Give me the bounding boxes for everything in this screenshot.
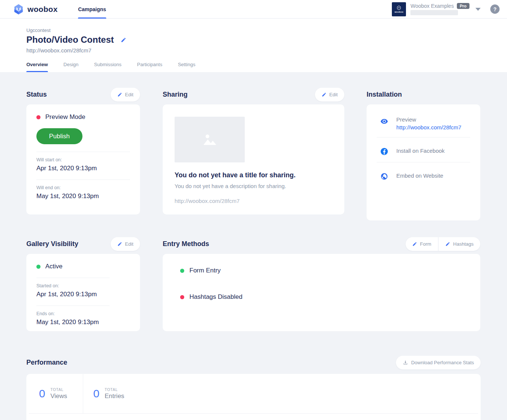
- download-icon: [403, 360, 408, 365]
- tab-design[interactable]: Design: [64, 62, 78, 72]
- brand-wordmark: woobox: [27, 5, 58, 14]
- performance-section: Performance Download Performance Stats 0…: [26, 356, 481, 420]
- tab-overview-label: Overview: [26, 62, 48, 67]
- hashtags-disabled-dot: [180, 295, 184, 299]
- form-edit-label: Form: [420, 241, 431, 247]
- stat-total-entries: 0 TOTAL Entries: [83, 374, 134, 413]
- divider: [36, 180, 130, 180]
- facebook-icon: [380, 148, 388, 155]
- woobox-logo-icon: [13, 4, 24, 15]
- entry-methods-card: Form Entry Hashtags Disabled: [163, 254, 480, 331]
- nav-active-underline: [78, 17, 106, 19]
- preview-label: Preview: [396, 116, 461, 123]
- campaign-url[interactable]: http://woobox.com/28fcm7: [26, 47, 507, 54]
- start-date-value: Apr 1st, 2020 9:13pm: [36, 165, 130, 172]
- account-name: Woobox Examples: [410, 3, 454, 9]
- campaign-header: Ugccontest Photo/Video Contest http://wo…: [0, 19, 507, 72]
- sharing-edit-label: Edit: [329, 92, 338, 97]
- nav-campaigns[interactable]: Campaigns: [78, 0, 106, 19]
- performance-section-title: Performance: [26, 359, 67, 366]
- account-avatar[interactable]: woobox: [392, 2, 406, 16]
- entry-method-form: Form Entry: [180, 267, 463, 274]
- share-description: You do not yet have a description for sh…: [175, 183, 334, 189]
- divider: [36, 278, 110, 278]
- tab-bar: Overview Design Submissions Participants…: [26, 62, 507, 72]
- installation-section-title: Installation: [367, 91, 402, 98]
- share-url: http://woobox.com/28fcm7: [175, 198, 334, 204]
- preview-mode-dot: [36, 115, 40, 119]
- stat-total-views: 0 TOTAL Views: [29, 374, 83, 413]
- nav-campaigns-label: Campaigns: [78, 6, 106, 12]
- installation-card: Preview http://woobox.com/28fcm7 Install…: [367, 104, 480, 220]
- embed-on-website-item[interactable]: Embed on Website: [377, 169, 470, 180]
- eye-icon: [380, 117, 388, 125]
- status-card: Preview Mode Publish Will start on: Apr …: [26, 104, 140, 214]
- row-gallery-entrymethods: Gallery Visibility Edit Active Started o…: [26, 237, 481, 331]
- divider: [36, 152, 130, 152]
- gallery-active-dot: [36, 265, 40, 269]
- views-count: 0: [39, 387, 45, 400]
- edit-title-pencil-icon[interactable]: [121, 37, 126, 43]
- image-placeholder-icon: [200, 130, 220, 149]
- page-title: Photo/Video Contest: [26, 35, 114, 45]
- entries-caption: TOTAL: [105, 388, 124, 392]
- performance-card: 0 TOTAL Views 0 TOTAL Entries: [26, 374, 481, 420]
- preview-link-item[interactable]: Preview http://woobox.com/28fcm7: [377, 114, 470, 130]
- publish-button[interactable]: Publish: [36, 128, 82, 144]
- gallery-edit-button[interactable]: Edit: [111, 237, 140, 251]
- pencil-icon: [117, 92, 122, 97]
- pencil-icon: [322, 92, 326, 97]
- share-title: You do not yet have a title for sharing.: [175, 171, 334, 179]
- tab-participants[interactable]: Participants: [137, 62, 162, 72]
- top-navbar: woobox Campaigns woobox Woobox Examples …: [0, 0, 507, 19]
- download-performance-stats-button[interactable]: Download Performance Stats: [396, 356, 481, 369]
- tab-settings[interactable]: Settings: [178, 62, 195, 72]
- pencil-icon: [445, 242, 450, 246]
- gallery-started-label: Started on:: [36, 283, 130, 288]
- tab-submissions-label: Submissions: [94, 62, 121, 67]
- avatar-brand-text: woobox: [394, 11, 403, 13]
- hashtags-disabled-label: Hashtags Disabled: [189, 293, 243, 301]
- gallery-state-label: Active: [45, 263, 62, 270]
- preview-link[interactable]: http://woobox.com/28fcm7: [396, 124, 461, 130]
- embed-website-label: Embed on Website: [396, 172, 443, 179]
- start-date-label: Will start on:: [36, 157, 130, 162]
- tab-settings-label: Settings: [178, 62, 195, 67]
- sharing-card: You do not yet have a title for sharing.…: [163, 104, 344, 214]
- tab-overview[interactable]: Overview: [26, 62, 48, 72]
- tab-design-label: Design: [64, 62, 78, 67]
- avatar-logo-icon: [397, 6, 401, 10]
- entry-method-hashtags: Hashtags Disabled: [180, 293, 463, 301]
- status-edit-label: Edit: [125, 92, 133, 97]
- entries-label: Entries: [105, 392, 124, 400]
- divider: [36, 306, 110, 306]
- install-on-facebook-item[interactable]: Install on Facebook: [377, 144, 470, 155]
- share-image-placeholder: [175, 117, 245, 162]
- pencil-icon: [117, 242, 122, 246]
- entry-methods-edit-buttons: Form Hashtags: [406, 237, 480, 251]
- sharing-edit-button[interactable]: Edit: [315, 88, 344, 101]
- status-edit-button[interactable]: Edit: [111, 88, 140, 101]
- sharing-section-title: Sharing: [163, 91, 188, 98]
- entry-methods-section-title: Entry Methods: [163, 240, 209, 248]
- chevron-down-icon[interactable]: [475, 8, 481, 11]
- gallery-section-title: Gallery Visibility: [26, 240, 78, 248]
- install-facebook-label: Install on Facebook: [396, 148, 445, 154]
- form-edit-button[interactable]: Form: [406, 237, 438, 251]
- account-email-redacted: [410, 10, 458, 15]
- help-icon: ?: [493, 6, 497, 12]
- hashtags-edit-label: Hashtags: [453, 241, 474, 247]
- tab-submissions[interactable]: Submissions: [94, 62, 121, 72]
- hashtags-edit-button[interactable]: Hashtags: [439, 237, 480, 251]
- form-entry-label: Form Entry: [189, 267, 221, 274]
- divider: [377, 137, 470, 138]
- end-date-label: Will end on:: [36, 185, 130, 190]
- woobox-brand[interactable]: woobox: [13, 4, 58, 15]
- account-info[interactable]: Woobox Examples Pro: [410, 3, 469, 15]
- gallery-visibility-card: Active Started on: Apr 1st, 2020 9:13pm …: [26, 254, 140, 331]
- views-label: Views: [51, 392, 67, 400]
- campaign-category: Ugccontest: [26, 28, 507, 33]
- status-section-title: Status: [26, 91, 47, 98]
- help-button[interactable]: ?: [490, 4, 500, 14]
- globe-icon: [380, 172, 388, 180]
